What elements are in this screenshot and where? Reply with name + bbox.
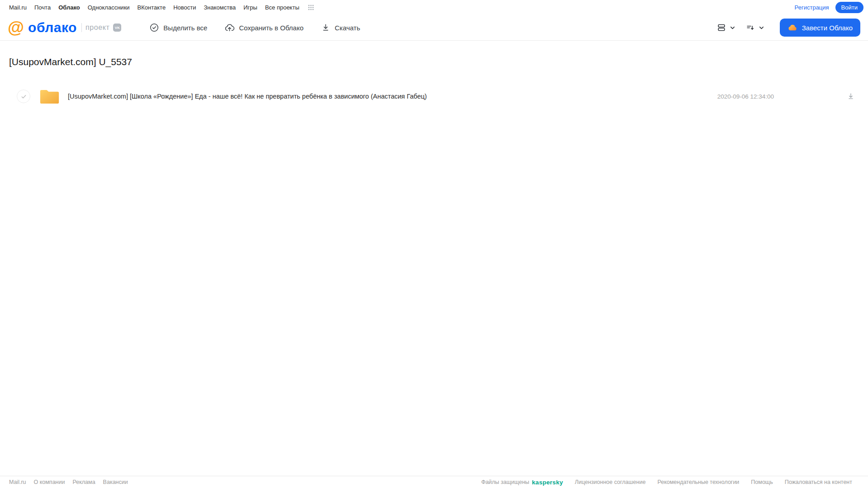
download-icon bbox=[846, 92, 855, 101]
footer-link-ads[interactable]: Реклама bbox=[72, 479, 95, 485]
topnav-link-odnoklassniki[interactable]: Одноклассники bbox=[88, 4, 130, 11]
view-mode-icon bbox=[716, 23, 726, 33]
vk-icon: VK bbox=[113, 24, 121, 32]
topnav-link-vkontakte[interactable]: ВКонтакте bbox=[138, 4, 166, 11]
select-all-label: Выделить все bbox=[163, 24, 207, 32]
topnav-link-znakomstva[interactable]: Знакомства bbox=[204, 4, 236, 11]
topnav-link-mailru[interactable]: Mail.ru bbox=[9, 4, 27, 11]
top-projects-bar: Mail.ru Почта Облако Одноклассники ВКонт… bbox=[0, 0, 868, 15]
protected-label: Файлы защищены bbox=[481, 479, 529, 485]
file-row[interactable]: [UsupovMarket.com] [Школа «Рождение»] Ед… bbox=[9, 86, 859, 106]
cloud-logo-text: облако bbox=[28, 20, 77, 35]
footer-link-report-content[interactable]: Пожаловаться на контент bbox=[785, 479, 852, 485]
folder-content: [UsupovMarket.com] U_5537 [UsupovMarket.… bbox=[0, 57, 868, 106]
vk-project-badge: проект VK bbox=[81, 23, 121, 32]
download-all-button[interactable]: Скачать bbox=[321, 23, 360, 33]
cloud-logo[interactable]: @ облако bbox=[8, 19, 77, 36]
mailru-at-icon: @ bbox=[8, 19, 24, 36]
file-date: 2020-09-06 12:34:00 bbox=[717, 93, 774, 100]
download-icon bbox=[321, 23, 331, 33]
logo-divider bbox=[81, 23, 82, 32]
login-button[interactable]: Войти bbox=[835, 2, 863, 13]
row-download-button[interactable] bbox=[846, 92, 855, 101]
create-cloud-label: Завести Облако bbox=[802, 24, 853, 32]
view-mode-dropdown[interactable] bbox=[716, 23, 735, 33]
save-to-cloud-label: Сохранить в Облако bbox=[239, 24, 304, 32]
apps-grid-icon[interactable] bbox=[308, 5, 314, 10]
topnav-link-oblako[interactable]: Облако bbox=[58, 4, 80, 11]
file-name-link[interactable]: [UsupovMarket.com] [Школа «Рождение»] Ед… bbox=[68, 93, 427, 100]
sort-dropdown[interactable] bbox=[745, 23, 764, 33]
topnav-link-pochta[interactable]: Почта bbox=[34, 4, 51, 11]
footer-link-license[interactable]: Лицензионное соглашение bbox=[575, 479, 646, 485]
create-cloud-button[interactable]: Завести Облако bbox=[780, 19, 860, 37]
chevron-down-icon bbox=[730, 25, 735, 31]
registration-link[interactable]: Регистрация bbox=[795, 4, 829, 11]
row-select-checkbox[interactable] bbox=[17, 90, 30, 103]
check-icon bbox=[21, 94, 27, 99]
cloud-upload-icon bbox=[224, 23, 235, 33]
projects-links: Mail.ru Почта Облако Одноклассники ВКонт… bbox=[9, 4, 314, 11]
project-label: проект bbox=[85, 24, 109, 32]
topnav-link-all-projects[interactable]: Все проекты bbox=[265, 4, 299, 11]
download-all-label: Скачать bbox=[335, 24, 360, 32]
select-all-button[interactable]: Выделить все bbox=[149, 23, 207, 33]
cloud-icon bbox=[787, 23, 798, 33]
app-header: @ облако проект VK Выделить все bbox=[0, 15, 868, 41]
footer-link-about[interactable]: О компании bbox=[34, 479, 65, 485]
sort-icon bbox=[745, 23, 755, 33]
kaspersky-logo[interactable]: kaspersky bbox=[532, 479, 563, 486]
save-to-cloud-button[interactable]: Сохранить в Облако bbox=[224, 23, 304, 33]
kaspersky-protection: Файлы защищены kaspersky bbox=[481, 479, 563, 486]
check-circle-icon bbox=[149, 23, 159, 33]
footer-link-jobs[interactable]: Вакансии bbox=[103, 479, 128, 485]
footer-link-help[interactable]: Помощь bbox=[751, 479, 773, 485]
folder-icon[interactable] bbox=[39, 88, 60, 105]
page-title: [UsupovMarket.com] U_5537 bbox=[9, 57, 859, 67]
topnav-link-novosti[interactable]: Новости bbox=[173, 4, 196, 11]
topnav-link-igry[interactable]: Игры bbox=[243, 4, 257, 11]
footer-link-recommendation-tech[interactable]: Рекомендательные технологии bbox=[657, 479, 739, 485]
file-actions-toolbar: Выделить все Сохранить в Облако Скачат bbox=[149, 23, 360, 33]
footer: Mail.ru О компании Реклама Вакансии Файл… bbox=[0, 476, 868, 488]
chevron-down-icon bbox=[759, 25, 764, 31]
footer-link-mailru[interactable]: Mail.ru bbox=[9, 479, 26, 485]
